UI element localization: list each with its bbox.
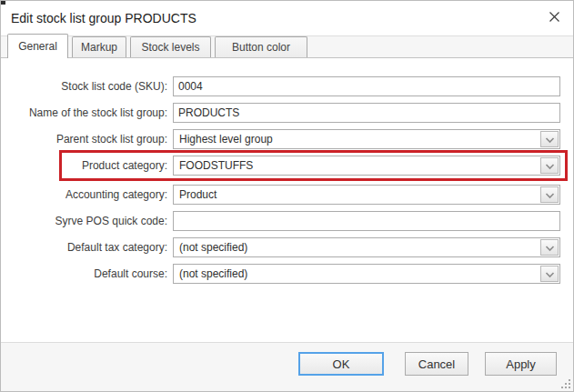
tab-markup[interactable]: Markup (72, 36, 126, 57)
product-category-value: FOODSTUFFS (179, 159, 253, 172)
default-tax-category-label: Default tax category: (1, 241, 173, 254)
dropdown-button[interactable] (540, 186, 559, 203)
group-name-input[interactable] (173, 103, 560, 123)
form-row: Stock list code (SKU): (1, 76, 560, 96)
accounting-category-label: Accounting category: (1, 188, 173, 201)
product-category-label: Product category: (1, 159, 173, 172)
tab-label: Button color (232, 41, 290, 54)
tab-strip: General Markup Stock levels Button color (1, 35, 573, 58)
default-tax-category-select[interactable]: (not specified) (173, 237, 560, 257)
edit-stock-list-group-dialog: Edit stock list group PRODUCTS General M… (0, 0, 574, 392)
form-row: Parent stock list group: Highest level g… (1, 129, 560, 149)
general-tab-panel: Stock list code (SKU): Name of the stock… (1, 58, 573, 284)
chevron-down-icon (545, 186, 555, 203)
default-course-label: Default course: (1, 267, 173, 280)
dropdown-button[interactable] (540, 131, 559, 147)
form-row: Default tax category: (not specified) (1, 237, 560, 257)
parent-group-label: Parent stock list group: (1, 133, 173, 146)
ok-button[interactable]: OK (298, 352, 384, 376)
form-row-highlighted: Product category: FOODSTUFFS (1, 156, 560, 176)
dialog-title: Edit stock list group PRODUCTS (11, 11, 540, 25)
pos-quick-code-label: Syrve POS quick code: (1, 215, 173, 227)
titlebar: Edit stock list group PRODUCTS (1, 1, 573, 35)
accounting-category-select[interactable]: Product (173, 185, 560, 205)
tab-button-color[interactable]: Button color (215, 36, 307, 57)
form-row: Syrve POS quick code: (1, 211, 560, 231)
accounting-category-value: Product (179, 188, 217, 201)
dropdown-button[interactable] (540, 157, 559, 174)
close-button[interactable] (540, 6, 568, 30)
default-course-value: (not specified) (179, 267, 247, 280)
chevron-down-icon (545, 131, 555, 147)
resize-grip[interactable] (561, 379, 571, 389)
window-corner-artifact (1, 1, 5, 5)
form-row: Default course: (not specified) (1, 264, 560, 284)
cancel-button[interactable]: Cancel (405, 352, 468, 376)
chevron-down-icon (545, 157, 555, 174)
form-row: Accounting category: Product (1, 185, 560, 205)
dropdown-button[interactable] (540, 239, 559, 256)
dropdown-button[interactable] (540, 266, 559, 282)
chevron-down-icon (545, 239, 555, 256)
parent-group-value: Highest level group (179, 133, 273, 146)
chevron-down-icon (545, 266, 555, 282)
tab-stock-levels[interactable]: Stock levels (130, 36, 211, 57)
product-category-select[interactable]: FOODSTUFFS (173, 156, 560, 176)
default-tax-category-value: (not specified) (179, 241, 247, 254)
pos-quick-code-input[interactable] (173, 211, 560, 231)
tab-label: General (18, 40, 57, 53)
parent-group-select[interactable]: Highest level group (173, 129, 560, 149)
group-name-label: Name of the stock list group: (1, 106, 173, 119)
tab-label: Markup (81, 41, 117, 54)
tab-label: Stock levels (141, 41, 199, 54)
apply-button[interactable]: Apply (485, 352, 557, 376)
default-course-select[interactable]: (not specified) (173, 264, 560, 284)
close-icon (549, 11, 560, 25)
footer-bar: OK Cancel Apply (1, 342, 573, 391)
stock-list-code-label: Stock list code (SKU): (1, 80, 173, 93)
tab-general[interactable]: General (7, 34, 68, 58)
stock-list-code-input[interactable] (173, 76, 560, 96)
form-row: Name of the stock list group: (1, 103, 560, 123)
